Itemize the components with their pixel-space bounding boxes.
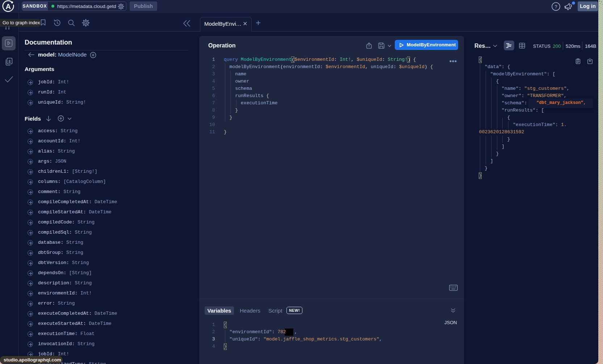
svg-text:A: A bbox=[5, 3, 11, 11]
svg-text:?: ? bbox=[554, 4, 557, 9]
